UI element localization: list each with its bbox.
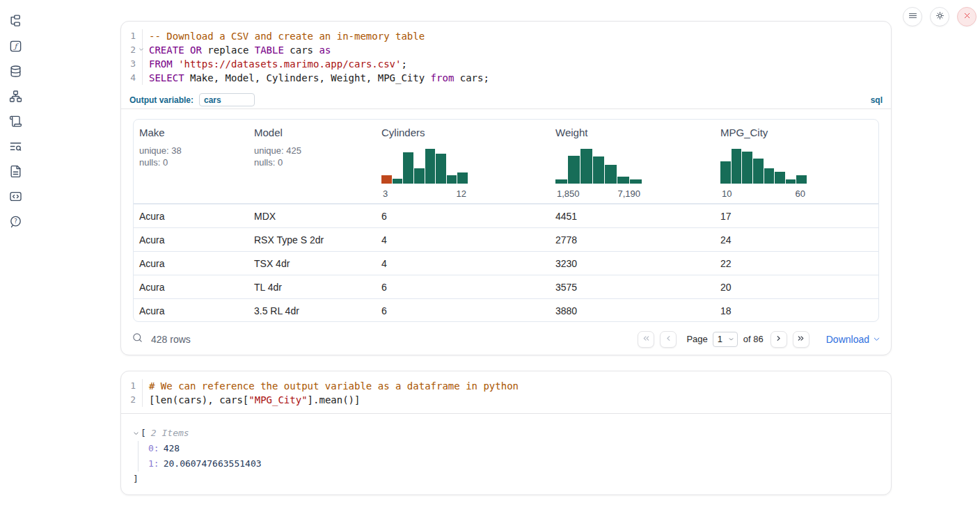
sidebar-item-datasources[interactable] — [7, 65, 24, 80]
python-output: [ 2 Items 0:428 1:20.060747663551403 ] — [121, 413, 891, 487]
code-line: 2CREATE OR replace TABLE cars as — [121, 43, 891, 57]
snippets-icon — [9, 190, 22, 206]
hist-bar — [742, 152, 752, 184]
hist-bar — [720, 161, 731, 184]
chevrons-left-icon — [642, 333, 651, 346]
hist-bar — [381, 175, 392, 184]
hist-bar — [786, 179, 796, 184]
page-total-label: of 86 — [743, 334, 764, 344]
code-text: # We can reference the output variable a… — [143, 379, 519, 393]
hamburger-icon — [908, 10, 918, 24]
chevron-down-icon — [873, 334, 880, 345]
code-text: FROM 'https://datasets.marimo.app/cars.c… — [143, 57, 407, 71]
output-variable-label: Output variable: — [129, 95, 193, 105]
last-page-button[interactable] — [793, 331, 809, 348]
list-items-count: 2 Items — [151, 426, 189, 441]
scroll-icon — [9, 115, 22, 131]
language-badge[interactable]: sql — [871, 95, 883, 105]
hist-bar — [436, 154, 446, 184]
table-row: Acura MDX 6 4451 17 — [134, 204, 878, 227]
table-row: Acura TSX 4dr 4 3230 22 — [134, 251, 878, 275]
sidebar-item-file-explorer[interactable] — [7, 15, 24, 30]
gear-icon — [935, 10, 945, 24]
search-icon[interactable] — [132, 332, 143, 346]
line-number: 3 — [121, 57, 143, 71]
fold-chevron-icon[interactable] — [139, 47, 144, 52]
sidebar-item-logs[interactable] — [7, 140, 24, 155]
page-select[interactable]: 1 — [713, 332, 738, 347]
hist-bar — [605, 165, 617, 184]
database-icon — [9, 65, 22, 81]
hist-bar — [753, 159, 764, 184]
svg-text:ƒ: ƒ — [13, 42, 19, 50]
code-line: 1-- Download a CSV and create an in-memo… — [121, 29, 891, 43]
list-entry: 0:428 — [148, 441, 891, 456]
hist-bar — [593, 156, 605, 184]
hist-bar — [580, 149, 592, 184]
cars-table: Make unique: 38 nulls: 0 Model unique: 4… — [133, 119, 879, 322]
first-page-button[interactable] — [638, 331, 654, 348]
help-icon: ? — [9, 215, 22, 231]
sidebar-item-documentation[interactable] — [7, 165, 24, 180]
hist-bar — [414, 168, 425, 184]
sql-cell: 1-- Download a CSV and create an in-memo… — [120, 21, 892, 355]
sql-code-editor[interactable]: 1-- Download a CSV and create an in-memo… — [121, 22, 891, 91]
next-page-button[interactable] — [770, 331, 787, 348]
code-line: 4SELECT Make, Model, Cylinders, Weight, … — [121, 71, 891, 85]
column-header-weight[interactable]: Weight 1,850 7,190 — [550, 120, 715, 203]
list-close-bracket: ] — [133, 472, 139, 487]
hist-bar — [447, 175, 457, 184]
chevrons-right-icon — [796, 333, 805, 346]
column-header-mpg-city[interactable]: MPG_City 10 60 — [715, 120, 878, 203]
code-line: 3FROM 'https://datasets.marimo.app/cars.… — [121, 57, 891, 71]
code-line: 2[len(cars), cars["MPG_City"].mean()] — [121, 393, 891, 407]
sidebar-item-variables[interactable]: ƒ — [7, 40, 24, 55]
file-tree-icon — [8, 14, 22, 31]
code-text: [len(cars), cars["MPG_City"].mean()] — [143, 393, 360, 407]
sidebar-item-scratchpad[interactable] — [7, 115, 24, 130]
function-icon: ƒ — [9, 40, 22, 56]
hist-bar — [555, 179, 567, 184]
column-header-make[interactable]: Make unique: 38 nulls: 0 — [134, 120, 248, 203]
line-number: 1 — [121, 29, 143, 43]
line-number: 4 — [121, 71, 143, 85]
menu-button[interactable] — [903, 7, 922, 26]
python-cell: 1# We can reference the output variable … — [120, 371, 892, 495]
table-row: Acura RSX Type S 2dr 4 2778 24 — [134, 227, 878, 251]
column-stats: unique: 425 nulls: 0 — [254, 145, 370, 168]
sidebar: ƒ ? — [0, 0, 31, 507]
hist-bar — [403, 152, 413, 184]
hist-bar — [630, 179, 642, 184]
hist-bar — [568, 156, 580, 184]
code-text: SELECT Make, Model, Cylinders, Weight, M… — [143, 71, 489, 85]
hist-bar — [617, 177, 629, 184]
shutdown-button[interactable] — [957, 7, 977, 26]
collapse-chevron-icon[interactable] — [133, 430, 139, 437]
sidebar-item-snippets[interactable] — [7, 190, 24, 205]
chevron-right-icon — [774, 333, 783, 346]
cylinders-histogram: 3 12 — [381, 149, 468, 199]
download-button[interactable]: Download — [826, 334, 880, 345]
document-icon — [9, 165, 22, 181]
table-row: Acura 3.5 RL 4dr 6 3880 18 — [134, 298, 878, 322]
column-header-model[interactable]: Model unique: 425 nulls: 0 — [248, 120, 376, 203]
sidebar-item-dependencies[interactable] — [7, 90, 24, 105]
close-icon — [963, 10, 972, 23]
page-label: Page — [686, 334, 707, 344]
settings-button[interactable] — [930, 7, 949, 26]
hist-bar — [764, 168, 775, 184]
column-stats: unique: 38 nulls: 0 — [139, 145, 243, 168]
hist-bar — [796, 175, 807, 184]
output-variable-input[interactable] — [199, 93, 255, 106]
table-footer: 428 rows Page 1 of 86 Download — [121, 322, 891, 356]
weight-histogram: 1,850 7,190 — [555, 149, 642, 199]
column-header-cylinders[interactable]: Cylinders 3 12 — [376, 120, 550, 203]
previous-page-button[interactable] — [660, 331, 677, 348]
row-count: 428 rows — [151, 334, 191, 345]
sidebar-item-help[interactable]: ? — [7, 215, 24, 230]
topbar-actions — [903, 7, 977, 26]
code-line: 1# We can reference the output variable … — [121, 379, 891, 393]
code-text: CREATE OR replace TABLE cars as — [143, 43, 331, 57]
chevron-down-icon — [728, 334, 734, 344]
python-code-editor[interactable]: 1# We can reference the output variable … — [121, 371, 891, 413]
